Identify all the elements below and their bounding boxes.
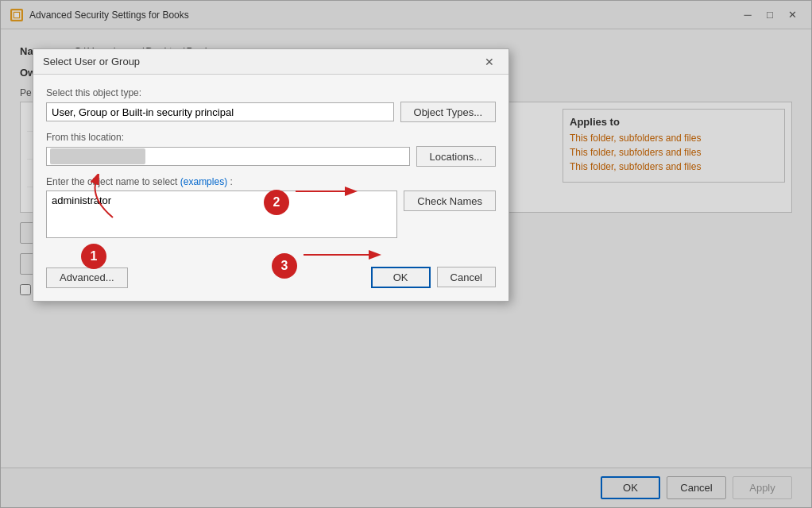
check-names-button[interactable]: Check Names — [404, 190, 496, 211]
step-3-number: 3 — [281, 259, 288, 273]
step-1-circle: 1 — [81, 244, 106, 269]
location-input-row: Locations... — [46, 146, 496, 167]
dialog-cancel-button[interactable]: Cancel — [437, 267, 496, 287]
object-type-input-row: Object Types... — [46, 102, 496, 122]
location-row: From this location: Locations... — [46, 132, 496, 167]
examples-link[interactable]: (examples) — [180, 176, 227, 187]
dialog-close-button[interactable]: ✕ — [480, 54, 499, 70]
select-user-dialog: Select User or Group ✕ Select this objec… — [33, 48, 509, 302]
step-2-number: 2 — [273, 195, 280, 210]
arrow-1 — [81, 174, 145, 221]
dialog-title: Select User or Group — [43, 56, 140, 67]
locations-button[interactable]: Locations... — [416, 146, 497, 167]
main-window: Advanced Security Settings for Books ─ □… — [0, 0, 812, 508]
step-3-circle: 3 — [272, 253, 297, 279]
step-2-circle: 2 — [264, 190, 289, 215]
location-input-area — [46, 147, 410, 166]
object-type-label: Select this object type: — [46, 87, 496, 98]
location-label: From this location: — [46, 132, 496, 143]
advanced-button[interactable]: Advanced... — [46, 267, 128, 288]
dialog-title-bar: Select User or Group ✕ — [33, 49, 508, 75]
object-type-row: Select this object type: Object Types... — [46, 87, 496, 122]
step-1-number: 1 — [91, 249, 98, 264]
colon-text: : — [230, 176, 232, 187]
arrow-3 — [296, 239, 391, 271]
dialog-body: Select this object type: Object Types...… — [33, 75, 508, 260]
object-types-button[interactable]: Object Types... — [400, 102, 496, 122]
dialog-footer: Advanced... OK Cancel — [33, 260, 508, 301]
location-blurred — [50, 148, 145, 164]
dialog-overlay: Select User or Group ✕ Select this objec… — [1, 1, 811, 507]
object-type-input[interactable] — [46, 102, 394, 121]
arrow-2 — [288, 175, 367, 207]
